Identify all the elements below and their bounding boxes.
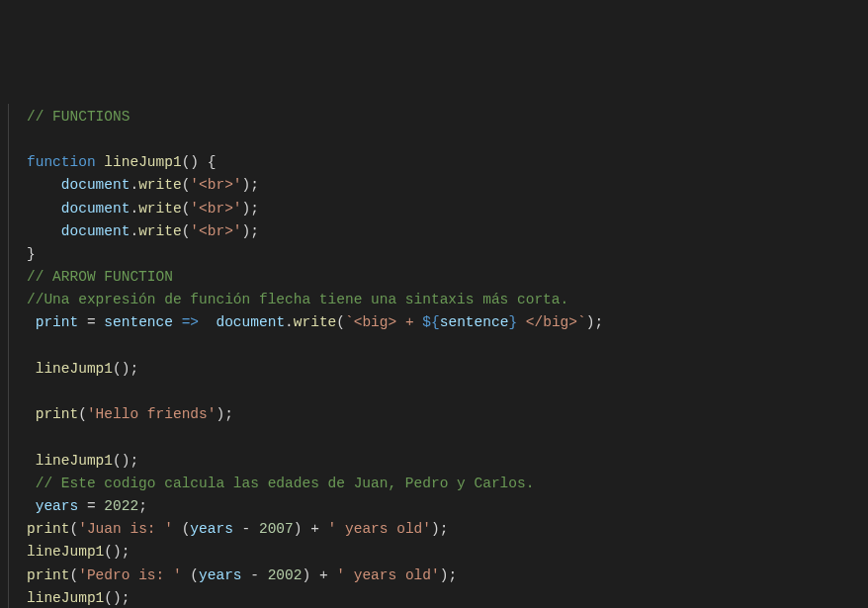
code-token-sp [242, 567, 251, 583]
code-token-string: '<br>' [190, 223, 241, 239]
code-token-string: ' years old' [336, 567, 439, 583]
code-token-op: ; [130, 453, 138, 469]
code-token-sp [78, 314, 87, 330]
code-token-op: ; [138, 498, 147, 514]
code-token-op: - [242, 521, 251, 537]
code-token-number: 2002 [268, 567, 303, 583]
code-token-template-expr: sentence [440, 314, 509, 330]
code-token-method: print [27, 567, 70, 583]
code-token-op: . [285, 314, 294, 330]
code-token-paren: ) [242, 177, 251, 193]
code-token-string: `<big> + [345, 314, 422, 330]
code-token-sp [78, 498, 87, 514]
code-token-comment: // FUNCTIONS [27, 109, 130, 125]
code-token-number: 2022 [104, 498, 138, 514]
code-line[interactable]: print('Juan is: ' (years - 2007) + ' yea… [27, 518, 868, 541]
code-token-op: + [310, 521, 319, 537]
code-token-ident: sentence [104, 314, 173, 330]
code-token-op: + [319, 567, 328, 583]
code-token-string: ' years old' [328, 521, 431, 537]
code-token-string: </big>` [517, 314, 586, 330]
code-token-string: '<br>' [190, 201, 241, 217]
code-token-template-braces: } [508, 314, 517, 330]
code-token-paren: ( [70, 567, 79, 583]
code-token-ident: print [36, 314, 79, 330]
code-token-paren: () [104, 590, 121, 606]
code-line[interactable]: years = 2022; [27, 495, 868, 518]
code-line[interactable]: } [27, 243, 868, 266]
code-token-comment: //Una expresión de función flecha tiene … [27, 292, 568, 307]
code-token-string: 'Pedro is: ' [78, 567, 181, 583]
code-token-op: ; [122, 590, 130, 606]
code-token-op: - [250, 567, 259, 583]
code-token-string: 'Juan is: ' [78, 521, 173, 537]
code-token-op: ; [130, 361, 138, 377]
code-line[interactable]: document.write('<br>'); [27, 198, 868, 220]
code-token-obj: document [216, 314, 285, 330]
code-token-ident: years [36, 498, 79, 514]
code-line[interactable] [27, 129, 868, 151]
code-token-ident: years [199, 567, 242, 583]
code-token-keyword: function [27, 154, 96, 170]
code-token-method: lineJump1 [36, 361, 113, 377]
code-token-paren: () [104, 544, 121, 560]
code-token-template-braces: ${ [422, 314, 439, 330]
code-token-op: ; [250, 223, 259, 239]
code-line[interactable]: // Este codigo calcula las edades de Jua… [27, 473, 868, 495]
code-token-method: lineJump1 [27, 544, 104, 560]
code-line[interactable]: document.write('<br>'); [27, 174, 868, 197]
code-token-paren: ( [70, 521, 79, 537]
code-token-op: = [87, 498, 96, 514]
code-token-op: ; [250, 177, 259, 193]
code-line[interactable]: document.write('<br>'); [27, 220, 868, 243]
code-token-method: lineJump1 [27, 590, 104, 606]
code-token-sp [199, 314, 216, 330]
code-token-op: = [87, 314, 96, 330]
code-token-op: ; [224, 406, 233, 422]
code-token-ident: years [190, 521, 233, 537]
code-token-op: ; [448, 567, 457, 583]
code-token-op: ; [122, 544, 130, 560]
code-token-obj: document [61, 177, 130, 193]
code-token-brace: } [27, 246, 36, 262]
code-token-sp [233, 521, 242, 537]
code-token-paren: ) [216, 406, 224, 422]
code-line[interactable]: lineJump1(); [27, 587, 868, 608]
code-token-comment: // ARROW FUNCTION [27, 269, 173, 285]
code-token-op: ; [250, 201, 259, 217]
code-line[interactable]: // ARROW FUNCTION [27, 266, 868, 289]
code-line[interactable]: //Una expresión de función flecha tiene … [27, 289, 868, 311]
code-token-sp [259, 567, 268, 583]
code-token-sp [328, 567, 337, 583]
code-token-paren: ( [336, 314, 345, 330]
code-line[interactable]: lineJump1(); [27, 450, 868, 473]
code-line[interactable]: print('Pedro is: ' (years - 2002) + ' ye… [27, 565, 868, 587]
code-line[interactable] [27, 381, 868, 403]
code-line[interactable]: print = sentence => document.write(`<big… [27, 311, 868, 334]
code-token-paren: ) [431, 521, 440, 537]
code-token-number: 2007 [259, 521, 294, 537]
code-token-paren: ) [242, 223, 251, 239]
code-editor[interactable]: // FUNCTIONS function lineJump1() { docu… [8, 104, 868, 608]
code-token-comment: // Este codigo calcula las edades de Jua… [36, 476, 535, 491]
code-token-sp [173, 314, 182, 330]
code-line[interactable]: lineJump1(); [27, 358, 868, 381]
code-token-op: . [130, 201, 138, 217]
code-token-method: print [36, 406, 79, 422]
code-token-sp [302, 521, 310, 537]
code-token-paren: ) [302, 567, 310, 583]
code-line[interactable]: print('Hello friends'); [27, 403, 868, 426]
code-token-op: ; [440, 521, 449, 537]
code-token-method: write [294, 314, 337, 330]
code-token-method: write [138, 201, 182, 217]
code-line[interactable] [27, 335, 868, 358]
code-line[interactable]: lineJump1(); [27, 541, 868, 564]
code-token-method: write [138, 177, 182, 193]
code-token-method: write [138, 223, 182, 239]
code-line[interactable]: function lineJump1() { [27, 151, 868, 174]
code-line[interactable]: // FUNCTIONS [27, 106, 868, 129]
code-token-paren: ( [190, 567, 199, 583]
code-token-obj: document [61, 201, 130, 217]
code-token-op: . [130, 177, 138, 193]
code-line[interactable] [27, 426, 868, 449]
